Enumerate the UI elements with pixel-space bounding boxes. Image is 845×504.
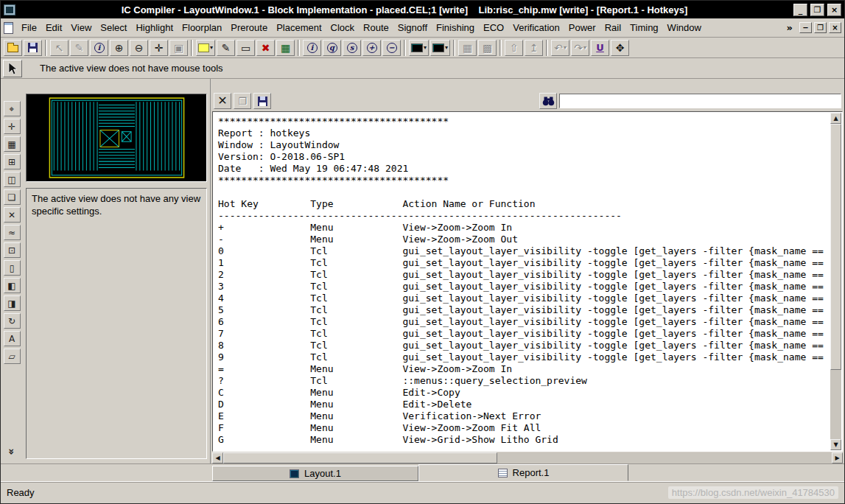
pin-icon: ⌖: [10, 105, 15, 113]
scroll-down-button[interactable]: ▼: [830, 439, 841, 450]
separator: [546, 40, 548, 56]
color-button[interactable]: ▾: [196, 40, 215, 56]
ruler-tool-button[interactable]: ▯: [4, 260, 21, 276]
pan-button[interactable]: ✛: [150, 40, 168, 56]
pin-tool-button[interactable]: ⌖: [4, 101, 21, 116]
menu-item[interactable]: Finishing: [432, 19, 479, 36]
grid-button[interactable]: ▦: [276, 40, 295, 56]
flip-horizontal-tool-button[interactable]: ◧: [4, 278, 21, 293]
tab-layout[interactable]: Layout.1: [212, 466, 418, 481]
report-text: ****************************************…: [213, 112, 842, 446]
menu-item[interactable]: Select: [96, 19, 131, 36]
zoom-in-button[interactable]: ⊕: [110, 40, 128, 56]
menu-overflow-button[interactable]: »: [782, 22, 797, 33]
horizontal-scrollbar[interactable]: ◀ ▶: [212, 452, 843, 463]
text-tool-button[interactable]: A: [4, 331, 21, 346]
scroll-left-button[interactable]: ◀: [212, 452, 223, 463]
horizontal-scroll-track[interactable]: [223, 452, 832, 463]
close-report-button[interactable]: ✕: [214, 93, 231, 109]
menu-item[interactable]: Window: [663, 19, 706, 36]
color-swatch-icon: [198, 43, 209, 52]
zoom-box-tool-button[interactable]: ⊞: [4, 154, 21, 169]
search-input[interactable]: [559, 94, 841, 108]
select-button[interactable]: ↖: [50, 40, 69, 56]
document-icon[interactable]: [4, 22, 13, 34]
vertical-scroll-thumb[interactable]: [830, 124, 841, 370]
menu-item[interactable]: Clock: [326, 19, 360, 36]
cascade-windows-icon: ▩: [483, 43, 492, 53]
flip-vertical-tool-button[interactable]: ◨: [4, 295, 21, 311]
expand-button[interactable]: +: [362, 40, 381, 56]
menu-item[interactable]: View: [66, 19, 96, 36]
menu-item[interactable]: Highlight: [131, 19, 178, 36]
copy-tool-button[interactable]: ❏: [4, 189, 21, 205]
zoom-out-button[interactable]: ⊖: [130, 40, 148, 56]
draw-button[interactable]: ✎: [70, 40, 88, 56]
delete-tool-button[interactable]: ✕: [4, 207, 21, 223]
binoculars-icon: [542, 96, 555, 106]
vertical-scroll-track[interactable]: [830, 124, 841, 439]
menu-item[interactable]: Timing: [625, 19, 663, 36]
query-info-button[interactable]: i: [303, 40, 321, 56]
redo-button[interactable]: ↷▾: [571, 40, 589, 56]
menu-item[interactable]: File: [17, 19, 41, 36]
info-button[interactable]: i: [90, 40, 108, 56]
menu-item[interactable]: Power: [564, 19, 600, 36]
edit-button[interactable]: ✎: [217, 40, 235, 56]
save-button[interactable]: [24, 40, 42, 56]
menu-item[interactable]: Verification: [508, 19, 564, 36]
mdi-minimize-button[interactable]: −: [799, 22, 812, 33]
menu-item[interactable]: Signoff: [393, 19, 432, 36]
cascade-windows-button[interactable]: ▩: [478, 40, 497, 56]
tab-report[interactable]: Report.1: [418, 464, 628, 481]
mdi-restore-button[interactable]: ❐: [814, 22, 827, 33]
wire-tool-button[interactable]: ≈: [4, 225, 21, 240]
shape-tool-button[interactable]: ▱: [4, 349, 21, 364]
layout-view-button[interactable]: ▾: [409, 40, 429, 56]
ruler-button[interactable]: ▭: [236, 40, 255, 56]
top-view-button[interactable]: ↥: [525, 40, 543, 56]
zoom-fit-button[interactable]: ▣: [169, 40, 188, 56]
maximize-button[interactable]: ❐: [810, 4, 824, 16]
menu-item[interactable]: Rail: [600, 19, 625, 36]
tile-windows-button[interactable]: ▦: [458, 40, 477, 56]
open-button[interactable]: [4, 40, 22, 56]
collapse-button[interactable]: −: [382, 40, 401, 56]
move-tool-button[interactable]: ◫: [4, 172, 21, 187]
zoom-box-icon: ⊞: [8, 158, 15, 167]
menu-item[interactable]: Preroute: [226, 19, 272, 36]
minimize-button[interactable]: _: [793, 4, 807, 16]
chevron-down-icon: »: [7, 448, 17, 455]
close-button[interactable]: ×: [827, 4, 841, 16]
menu-items: FileEditViewSelectHighlightFloorplanPrer…: [17, 19, 782, 36]
via-tool-button[interactable]: ⊡: [4, 242, 21, 258]
mouse-tool-indicator[interactable]: [3, 60, 22, 77]
stamp-button[interactable]: ✥: [611, 40, 629, 56]
view-settings-panel: The active view does not have any view s…: [26, 188, 207, 459]
scroll-right-button[interactable]: ▶: [832, 452, 843, 463]
side-toolbar-more-button[interactable]: »: [4, 444, 21, 459]
menu-item[interactable]: Placement: [272, 19, 326, 36]
pan-tool-button[interactable]: ✛: [4, 119, 21, 134]
menu-item[interactable]: ECO: [479, 19, 508, 36]
tab-label: Report.1: [513, 467, 550, 478]
color-scheme-button[interactable]: ▾: [430, 40, 450, 56]
query-select-button[interactable]: s: [343, 40, 361, 56]
vertical-scrollbar[interactable]: ▲ ▼: [830, 113, 841, 450]
undo-button[interactable]: ↶▾: [551, 40, 569, 56]
verify-button[interactable]: ✖: [256, 40, 275, 56]
highlight-button[interactable]: U: [591, 40, 609, 56]
raise-view-button[interactable]: ⇧: [505, 40, 523, 56]
menu-item[interactable]: Edit: [41, 19, 66, 36]
menu-item[interactable]: Floorplan: [178, 19, 226, 36]
query-object-button[interactable]: q: [323, 40, 341, 56]
horizontal-scroll-thumb[interactable]: [223, 452, 497, 463]
save-report-button[interactable]: [253, 93, 271, 109]
scroll-up-button[interactable]: ▲: [830, 113, 841, 124]
mdi-close-button[interactable]: ×: [829, 22, 841, 33]
menu-item[interactable]: Route: [359, 19, 393, 36]
find-button[interactable]: [539, 93, 557, 109]
layer-grid-tool-button[interactable]: ▦: [4, 136, 21, 152]
copy-report-button[interactable]: ❐: [234, 93, 251, 109]
rotate-tool-button[interactable]: ↻: [4, 313, 21, 329]
